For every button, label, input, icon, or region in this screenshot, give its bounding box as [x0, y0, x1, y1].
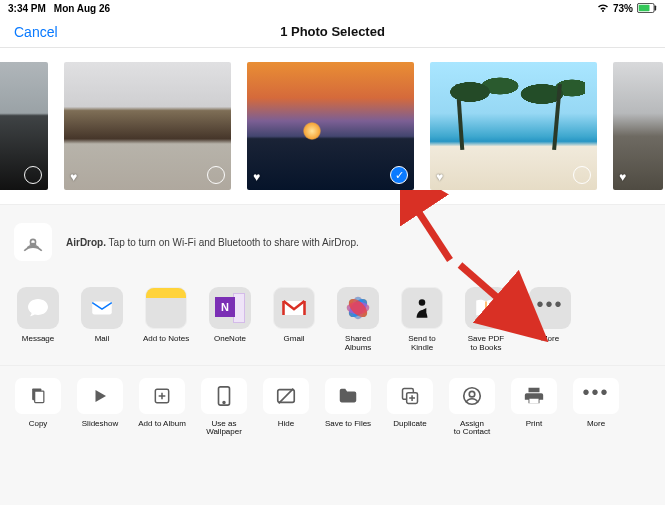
airdrop-label: AirDrop. — [66, 237, 106, 248]
action-label: Hide — [278, 420, 294, 429]
hide-icon — [263, 378, 309, 414]
share-app-onenote[interactable]: N OneNote — [204, 287, 256, 353]
print-icon — [511, 378, 557, 414]
share-apps-row: Message Mail Add to Notes N OneNote Gmai… — [0, 287, 665, 366]
photo-thumbnail[interactable]: ♥ — [430, 62, 597, 190]
action-label: Save to Files — [325, 420, 371, 429]
action-save-to-files[interactable]: Save to Files — [322, 378, 374, 438]
action-print[interactable]: Print — [508, 378, 560, 438]
favorite-icon: ♥ — [70, 170, 77, 184]
airdrop-desc: Tap to turn on Wi-Fi and Bluetooth to sh… — [106, 237, 359, 248]
photo-thumbnail[interactable]: ♥ ✓ — [247, 62, 414, 190]
wallpaper-icon — [201, 378, 247, 414]
action-label: Use as Wallpaper — [206, 420, 242, 438]
kindle-icon — [401, 287, 443, 329]
copy-icon — [15, 378, 61, 414]
app-label: Gmail — [284, 335, 305, 351]
app-label: Send to Kindle — [396, 335, 448, 353]
action-label: Add to Album — [138, 420, 186, 429]
status-time: 3:34 PM — [8, 3, 46, 14]
action-label: Duplicate — [393, 420, 426, 429]
navbar: Cancel 1 Photo Selected — [0, 16, 665, 48]
action-add-to-album[interactable]: Add to Album — [136, 378, 188, 438]
app-label: Mail — [95, 335, 110, 351]
gmail-icon — [273, 287, 315, 329]
books-icon — [465, 287, 507, 329]
contact-icon — [449, 378, 495, 414]
action-use-as-wallpaper[interactable]: Use as Wallpaper — [198, 378, 250, 438]
select-circle-icon[interactable] — [207, 166, 225, 184]
battery-percent: 73% — [613, 3, 633, 14]
photo-thumbnail[interactable]: ♥ — [613, 62, 663, 190]
share-app-message[interactable]: Message — [12, 287, 64, 353]
action-assign-to-contact[interactable]: Assign to Contact — [446, 378, 498, 438]
share-app-gmail[interactable]: Gmail — [268, 287, 320, 353]
favorite-icon: ♥ — [619, 170, 626, 184]
photo-thumbnail[interactable]: ♥ — [64, 62, 231, 190]
share-app-send-to-kindle[interactable]: Send to Kindle — [396, 287, 448, 353]
action-label: Assign to Contact — [454, 420, 490, 438]
more-icon: ••• — [573, 378, 619, 414]
app-label: OneNote — [214, 335, 246, 351]
action-label: More — [587, 420, 605, 429]
duplicate-icon — [387, 378, 433, 414]
play-icon — [77, 378, 123, 414]
airdrop-icon — [14, 223, 52, 261]
select-circle-icon[interactable] — [573, 166, 591, 184]
mail-icon — [81, 287, 123, 329]
svg-point-23 — [469, 391, 475, 397]
page-title: 1 Photo Selected — [280, 24, 385, 39]
favorite-icon: ♥ — [436, 170, 443, 184]
svg-rect-2 — [639, 5, 650, 12]
selected-check-icon[interactable]: ✓ — [390, 166, 408, 184]
status-bar: 3:34 PM Mon Aug 26 73% — [0, 0, 665, 16]
action-more[interactable]: ••• More — [570, 378, 622, 438]
svg-point-18 — [223, 401, 225, 403]
action-slideshow[interactable]: Slideshow — [74, 378, 126, 438]
svg-rect-4 — [92, 302, 112, 315]
airdrop-row[interactable]: AirDrop. Tap to turn on Wi-Fi and Blueto… — [0, 205, 665, 287]
action-duplicate[interactable]: Duplicate — [384, 378, 436, 438]
share-app-shared-albums[interactable]: Shared Albums — [332, 287, 384, 353]
action-hide[interactable]: Hide — [260, 378, 312, 438]
notes-icon — [145, 287, 187, 329]
share-app-add-to-notes[interactable]: Add to Notes — [140, 287, 192, 353]
svg-rect-1 — [655, 6, 657, 11]
photo-strip[interactable]: ♥ ♥ ✓ ♥ ♥ — [0, 48, 665, 205]
share-app-mail[interactable]: Mail — [76, 287, 128, 353]
action-label: Print — [526, 420, 542, 429]
more-icon: ••• — [529, 287, 571, 329]
select-circle-icon[interactable] — [24, 166, 42, 184]
svg-point-13 — [419, 299, 426, 306]
status-date: Mon Aug 26 — [54, 3, 110, 14]
favorite-icon: ♥ — [253, 170, 260, 184]
messages-icon — [17, 287, 59, 329]
svg-rect-15 — [35, 391, 44, 403]
actions-row: Copy Slideshow Add to Album Use as Wallp… — [0, 366, 665, 438]
app-label: Add to Notes — [143, 335, 189, 351]
folder-icon — [325, 378, 371, 414]
action-label: Copy — [29, 420, 48, 429]
cancel-button[interactable]: Cancel — [14, 24, 58, 40]
wifi-icon — [597, 3, 609, 13]
app-label: Save PDF to Books — [468, 335, 504, 353]
onenote-icon: N — [209, 287, 251, 329]
app-label: More — [541, 335, 559, 351]
svg-rect-24 — [529, 398, 538, 403]
app-label: Message — [22, 335, 54, 351]
share-app-more[interactable]: ••• More — [524, 287, 576, 353]
battery-icon — [637, 3, 657, 13]
airdrop-text: AirDrop. Tap to turn on Wi-Fi and Blueto… — [66, 237, 359, 248]
add-album-icon — [139, 378, 185, 414]
action-label: Slideshow — [82, 420, 118, 429]
shared-albums-icon — [337, 287, 379, 329]
app-label: Shared Albums — [332, 335, 384, 353]
photo-thumbnail[interactable] — [0, 62, 48, 190]
share-app-save-pdf-books[interactable]: Save PDF to Books — [460, 287, 512, 353]
action-copy[interactable]: Copy — [12, 378, 64, 438]
